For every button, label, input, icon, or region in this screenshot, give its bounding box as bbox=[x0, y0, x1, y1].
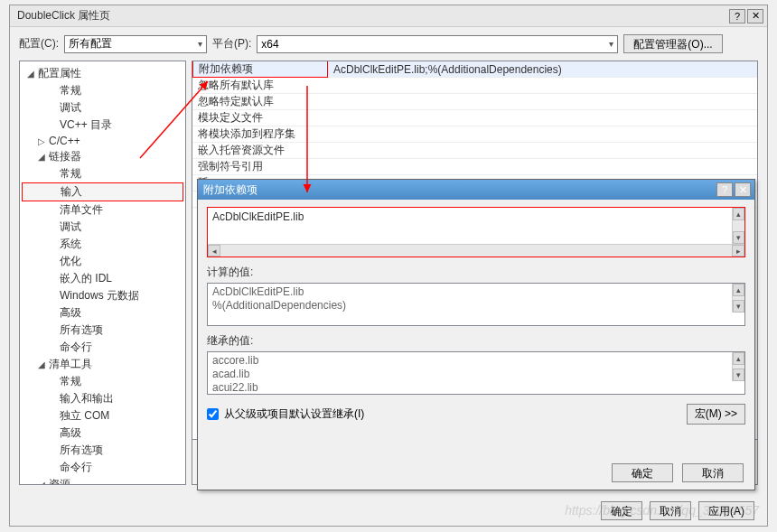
tree-item[interactable]: 调试 bbox=[20, 99, 185, 117]
inherited-label: 继承的值: bbox=[207, 333, 745, 349]
tree-item[interactable]: 命令行 bbox=[20, 339, 185, 356]
inherit-label: 从父级或项目默认设置继承(I) bbox=[224, 406, 364, 422]
config-label: 配置(C): bbox=[19, 36, 59, 51]
tree-item[interactable]: 常规 bbox=[20, 165, 185, 182]
tree-item[interactable]: 调试 bbox=[20, 219, 185, 236]
computed-list: AcDblClkEditPE.lib%(AdditionalDependenci… bbox=[207, 283, 745, 326]
tree-item[interactable]: 所有选项 bbox=[20, 322, 185, 339]
tree-item[interactable]: ◢配置属性 bbox=[20, 65, 185, 82]
scrollbar-v[interactable]: ▴▾ bbox=[732, 208, 744, 244]
tree-item[interactable]: 优化 bbox=[20, 253, 185, 270]
tree-item[interactable]: ◢清单工具 bbox=[20, 356, 185, 373]
config-combo[interactable]: 所有配置 bbox=[64, 35, 207, 53]
dialog-titlebar: 附加依赖项 ? ✕ bbox=[198, 180, 754, 200]
scrollbar-v[interactable]: ▴▾ bbox=[732, 284, 744, 313]
property-row[interactable]: 忽略特定默认库 bbox=[192, 94, 757, 110]
property-row[interactable]: 忽略所有默认库 bbox=[192, 78, 757, 94]
help-button[interactable]: ? bbox=[729, 9, 745, 23]
dialog-title: 附加依赖项 bbox=[201, 182, 716, 198]
dialog-help-button[interactable]: ? bbox=[716, 182, 733, 197]
property-row[interactable]: 模块定义文件 bbox=[192, 110, 757, 126]
window-title: DoubleClick 属性页 bbox=[14, 8, 729, 23]
tree-item[interactable]: 输入 bbox=[22, 182, 183, 201]
tree-item[interactable]: ▷C/C++ bbox=[20, 134, 185, 148]
tree-item[interactable]: 命令行 bbox=[20, 459, 185, 476]
tree-item[interactable]: 系统 bbox=[20, 236, 185, 253]
dialog-ok-button[interactable]: 确定 bbox=[612, 463, 673, 482]
tree-item[interactable]: 所有选项 bbox=[20, 442, 185, 459]
computed-label: 计算的值: bbox=[207, 265, 745, 280]
tree-item[interactable]: 常规 bbox=[20, 373, 185, 390]
tree-item[interactable]: ◢链接器 bbox=[20, 148, 185, 165]
tree-item[interactable]: 高级 bbox=[20, 304, 185, 322]
dialog-close-button[interactable]: ✕ bbox=[735, 182, 751, 197]
property-row[interactable]: 将模块添加到程序集 bbox=[192, 126, 757, 143]
platform-label: 平台(P): bbox=[212, 36, 251, 51]
titlebar: DoubleClick 属性页 ? ✕ bbox=[10, 5, 767, 27]
tree-item[interactable]: 高级 bbox=[20, 425, 185, 442]
platform-combo[interactable]: x64 bbox=[257, 35, 618, 53]
property-row[interactable]: 附加依赖项AcDblClkEditPE.lib;%(AdditionalDepe… bbox=[192, 61, 757, 78]
nav-tree[interactable]: ◢配置属性常规调试VC++ 目录▷C/C++◢链接器常规输入清单文件调试系统优化… bbox=[19, 61, 186, 485]
tree-item[interactable]: 独立 COM bbox=[20, 407, 185, 425]
deps-input[interactable]: AcDblClkEditPE.lib ▴▾ ◂▸ bbox=[207, 207, 745, 257]
tree-item[interactable]: 输入和输出 bbox=[20, 390, 185, 407]
inherit-checkbox[interactable] bbox=[207, 408, 219, 420]
tree-item[interactable]: VC++ 目录 bbox=[20, 117, 185, 134]
tree-item[interactable]: Windows 元数据 bbox=[20, 287, 185, 304]
config-manager-button[interactable]: 配置管理器(O)... bbox=[623, 34, 722, 53]
macro-button[interactable]: 宏(M) >> bbox=[687, 404, 745, 425]
tree-item[interactable]: 常规 bbox=[20, 82, 185, 99]
scrollbar-h[interactable]: ◂▸ bbox=[208, 244, 744, 257]
tree-item[interactable]: 清单文件 bbox=[20, 201, 185, 219]
close-button[interactable]: ✕ bbox=[747, 9, 763, 23]
toolbar: 配置(C): 所有配置 平台(P): x64 配置管理器(O)... bbox=[10, 27, 767, 61]
tree-item[interactable]: 嵌入的 IDL bbox=[20, 270, 185, 287]
additional-deps-dialog: 附加依赖项 ? ✕ AcDblClkEditPE.lib ▴▾ ◂▸ 计算的值:… bbox=[197, 179, 755, 490]
inherited-list: accore.libacad.libacui22.lib▴▾ bbox=[207, 351, 745, 395]
watermark: https://blog.csdn.net/qq_31004557 bbox=[565, 503, 759, 518]
property-row[interactable]: 嵌入托管资源文件 bbox=[192, 143, 757, 159]
property-row[interactable]: 强制符号引用 bbox=[192, 159, 757, 175]
tree-item[interactable]: ◢资源 bbox=[20, 476, 185, 485]
scrollbar-v[interactable]: ▴▾ bbox=[732, 352, 744, 381]
dialog-cancel-button[interactable]: 取消 bbox=[682, 463, 744, 482]
